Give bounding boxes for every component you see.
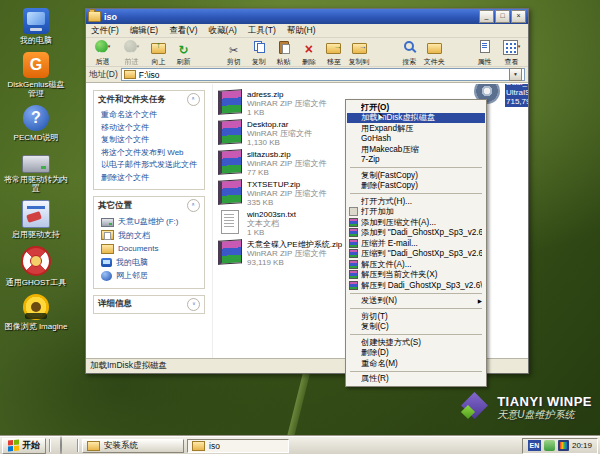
desktop-icon[interactable]: DiskGenius磁盘管理 [2,52,70,98]
expand-panel-icon[interactable] [187,298,200,311]
toolbar-button[interactable]: ▾ 后退 [88,39,117,66]
start-button[interactable]: 开始 [2,438,46,454]
toolbar-button[interactable]: ▾ [372,39,397,58]
context-menu-item[interactable]: 解压到 Dadi_GhostXp_Sp3_v2.6\(E) ▶ [347,280,485,291]
close-button[interactable] [511,10,526,23]
task-link[interactable]: 以电子邮件形式发送此文件 [101,159,199,172]
desktop-icon[interactable]: 启用驱动支持 [2,200,70,239]
windows-flag-icon [8,439,19,451]
place-link[interactable]: 我的电脑 [101,256,199,270]
menu-bar-item[interactable]: 帮助(H) [287,25,316,37]
win2003sn.txt[interactable]: win2003sn.txt 文本文档 1 KB [218,210,342,237]
menu-bar-item[interactable]: 文件(F) [91,25,119,37]
toolbar-button[interactable]: ▾ 复制 [246,39,271,66]
context-menu-item[interactable]: 重命名(M) ▶ [347,358,485,369]
folder-icon [124,70,136,79]
context-menu-item[interactable]: 发送到(N) ▶ [347,296,485,307]
Desktop.rar[interactable]: Desktop.rar WinRAR 压缩文件 1,130 KB [218,120,342,147]
clock[interactable]: 20:19 [572,441,592,450]
desktop-icon[interactable]: 图像浏览 Imagine [2,294,70,331]
menu-bar-item[interactable]: 查看(V) [169,25,197,37]
language-indicator[interactable]: EN [528,440,541,451]
address-input[interactable]: F:\iso [121,68,525,81]
context-menu-item[interactable]: 打开加加 ▶ [347,207,485,218]
desktop-icon[interactable]: 我的电脑 [2,8,70,45]
context-menu-item[interactable]: 删除(FastCopy) ▶ [347,181,485,192]
toolbar-button[interactable]: ▾ [447,39,472,58]
task-button[interactable]: 安装系统 [82,439,184,453]
place-link[interactable]: Documents [101,242,199,256]
toolbar-button[interactable]: ▾ 删除 [296,39,321,66]
context-menu-item[interactable]: 添加到压缩文件(A)... ▶ [347,217,485,228]
context-menu-item[interactable]: 复制(FastCopy) ▶ [347,170,485,181]
context-menu-item[interactable]: 剪切(T) ▶ [347,311,485,322]
context-menu-item[interactable]: 解压文件(A)... ▶ [347,259,485,270]
chevron-down-icon[interactable]: ▾ [518,40,521,53]
desktop-icon[interactable]: PECMD说明 [2,105,70,142]
context-menu-item[interactable]: 打开(O) ▶ [347,102,485,113]
context-menu-item[interactable]: GoHash ▶ [347,134,485,145]
adress.zip[interactable]: adress.zip WinRAR ZIP 压缩文件 1 KB [218,90,342,117]
context-menu-item[interactable]: 删除(D) ▶ [347,348,485,359]
toolbar-button[interactable]: ▾ 搜索 [397,39,422,66]
collapse-panel-icon[interactable] [187,199,200,212]
context-menu-item[interactable]: 复制(C) ▶ [347,322,485,333]
collapse-panel-icon[interactable] [187,93,200,106]
chevron-down-icon[interactable]: ▾ [137,40,140,53]
address-dropdown-button[interactable] [509,68,522,81]
context-menu-item[interactable]: 属性(R) ▶ [347,374,485,385]
task-link[interactable]: 将这个文件发布到 Web [101,147,199,160]
task-link[interactable]: 复制这个文件 [101,134,199,147]
task-link[interactable]: 重命名这个文件 [101,109,199,122]
toolbar-button[interactable]: ▾ 剪切 [221,39,246,66]
place-link[interactable]: 天意U盘维护 (F:) [101,215,199,229]
place-link[interactable]: 网上邻居 [101,269,199,283]
file-list: adress.zip WinRAR ZIP 压缩文件 1 KB Desktop.… [218,90,342,270]
menu-bar-item[interactable]: 工具(T) [248,25,276,37]
tray-display-icon[interactable] [558,440,569,451]
toolbar-button[interactable]: ▾ 粘贴 [271,39,296,66]
task-link[interactable]: 移动这个文件 [101,122,199,135]
context-menu-item[interactable]: 用Makecab压缩 ▶ [347,144,485,155]
minimize-button[interactable] [479,10,494,23]
context-menu-item[interactable]: 创建快捷方式(S) ▶ [347,337,485,348]
menu-bar-item[interactable]: 编辑(E) [130,25,158,37]
toolbar-button[interactable]: ▾ 文件夹 [422,39,447,66]
toolbar-button[interactable]: ▾ 刷新 [171,39,196,66]
task-button[interactable]: iso [187,439,289,453]
file-size: 715,796 KB [505,97,528,107]
context-menu-item[interactable]: 加载ImDisk虚拟磁盘 ▶ [347,113,485,124]
menu-item-label: 压缩并 E-mail... [361,238,482,249]
toolbar-button[interactable]: ▾ 前进 [117,39,146,66]
title-bar[interactable]: iso [86,9,528,24]
context-menu-item[interactable]: 压缩并 E-mail... ▶ [347,238,485,249]
天意全碟入PE维护系统.zip[interactable]: 天意全碟入PE维护系统.zip WinRAR ZIP 压缩文件 93,119 K… [218,240,342,267]
context-menu-item[interactable]: 用Expand解压 ▶ [347,123,485,134]
menu-bar-item[interactable]: 收藏(A) [209,25,237,37]
context-menu-item[interactable]: 添加到 "Dadi_GhostXp_Sp3_v2.6.rar"(T) ▶ [347,228,485,239]
maximize-button[interactable] [495,10,510,23]
toolbar-button[interactable]: ▾ 向上 [146,39,171,66]
context-menu-item[interactable]: 解压到当前文件夹(X) ▶ [347,270,485,281]
TXTSETUP.zip[interactable]: TXTSETUP.zip WinRAR ZIP 压缩文件 335 KB [218,180,342,207]
place-link[interactable]: 我的文档 [101,229,199,243]
toolbar-button[interactable]: ▾ 移至 [321,39,346,66]
file-size: 1,130 KB [247,138,312,147]
menu-item-label: 解压到 Dadi_GhostXp_Sp3_v2.6\(E) [361,280,482,291]
chevron-down-icon[interactable]: ▾ [108,40,111,53]
file-size: 77 KB [247,168,326,177]
toolbar-button[interactable]: ▾ [196,39,221,58]
toolbar-button[interactable]: ▾ 查看 [497,39,526,66]
toolbar-button[interactable]: ▾ 复制到 [347,39,372,66]
desktop-icon[interactable]: 通用GHOST工具 [2,246,70,287]
tray-device-icon[interactable] [544,440,555,451]
slitazusb.zip[interactable]: slitazusb.zip WinRAR ZIP 压缩文件 77 KB [218,150,342,177]
context-menu-item[interactable]: 打开方式(H)... ▶ [347,196,485,207]
desktop-icon[interactable]: 将常用驱动转为内置 [2,149,70,193]
task-link[interactable]: 删除这个文件 [101,172,199,185]
quick-launch-button[interactable] [60,437,62,454]
context-menu-item[interactable]: 压缩到 "Dadi_GhostXp_Sp3_v2.6.rar" 并 E-mail… [347,249,485,260]
context-menu-item[interactable]: 7-Zip ▶ [347,155,485,166]
submenu-arrow-icon: ▶ [478,298,482,304]
toolbar-button[interactable]: ▾ 属性 [472,39,497,66]
